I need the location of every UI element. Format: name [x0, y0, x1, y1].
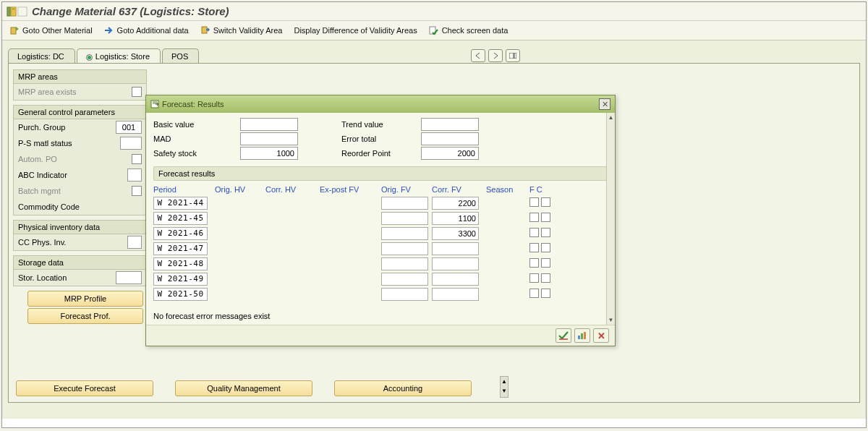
forecast-prof-button[interactable]: Forecast Prof. [27, 308, 143, 324]
mrp-profile-button[interactable]: MRP Profile [27, 291, 143, 307]
tab-dc-label: Logistics: DC [17, 52, 64, 61]
svg-rect-2 [12, 8, 15, 9]
orig-fv-input[interactable] [381, 242, 428, 255]
cc-phys-row: CC Phys. Inv. [14, 234, 146, 250]
orig-fv-input[interactable] [381, 288, 428, 301]
tab-pos[interactable]: POS [162, 48, 199, 64]
mrp-exists-checkbox[interactable] [132, 87, 142, 97]
f-checkbox[interactable] [529, 273, 539, 283]
gcp-group: General control parameters Purch. Group … [13, 105, 147, 216]
f-checkbox[interactable] [529, 228, 539, 237]
ps-status-input[interactable] [120, 137, 142, 150]
mad-row: MAD Error total [153, 132, 608, 146]
orig-fv-input[interactable] [381, 257, 428, 270]
corr-fv-input[interactable] [432, 242, 479, 255]
basic-value-input[interactable] [240, 118, 298, 131]
orig-fv-input[interactable] [381, 212, 428, 225]
commodity-label: Commodity Code [18, 202, 142, 211]
stor-loc-input[interactable] [116, 271, 142, 284]
corr-fv-input[interactable] [432, 212, 479, 225]
corr-fv-input[interactable] [432, 227, 479, 240]
col-corr-hv: Corr. HV [265, 185, 320, 194]
reorder-input[interactable] [421, 147, 479, 160]
mad-input[interactable] [240, 132, 298, 145]
stor-loc-label: Stor. Location [18, 273, 113, 282]
c-checkbox[interactable] [541, 243, 550, 252]
error-total-input[interactable] [421, 132, 479, 145]
svg-rect-12 [584, 332, 586, 339]
basic-value-row: Basic value Trend value [153, 117, 608, 132]
tab-logistics-store[interactable]: Logistics: Store [77, 48, 161, 64]
goto-add-label: Goto Additional data [117, 26, 189, 35]
f-checkbox[interactable] [529, 243, 539, 252]
corr-fv-input[interactable] [432, 273, 479, 286]
accounting-button[interactable]: Accounting [334, 380, 472, 396]
c-checkbox[interactable] [541, 197, 550, 207]
dialog-accept-button[interactable] [556, 328, 571, 343]
c-checkbox[interactable] [541, 289, 550, 298]
period-cell: W 2021-45 [153, 212, 208, 225]
dialog-close-button[interactable]: ✕ [599, 98, 610, 110]
switch-validity-button[interactable]: Switch Validity Area [200, 25, 283, 35]
tab-logistics-dc[interactable]: Logistics: DC [8, 48, 75, 64]
mrp-areas-header: MRP areas [14, 70, 146, 84]
batch-checkbox[interactable] [132, 186, 142, 196]
goto-other-material-button[interactable]: Goto Other Material [9, 25, 93, 35]
error-total-label: Error total [341, 135, 421, 143]
execute-forecast-button[interactable]: Execute Forecast [16, 380, 153, 396]
stor-loc-row: Stor. Location [14, 270, 146, 286]
orig-fv-input[interactable] [381, 197, 428, 210]
autom-po-checkbox[interactable] [132, 154, 142, 164]
mrp-exists-row: MRP area exists [14, 84, 146, 100]
corr-fv-input[interactable] [432, 197, 479, 210]
titlebar: Change Material 637 (Logistics: Store) [2, 2, 866, 21]
f-checkbox[interactable] [529, 197, 539, 207]
reorder-label: Reorder Point [341, 149, 421, 158]
radio-icon [86, 54, 93, 61]
col-orig-hv: Orig. HV [215, 185, 265, 194]
forecast-row: W 2021-46 [153, 226, 608, 241]
c-checkbox[interactable] [541, 213, 550, 222]
forecast-table: Period Orig. HV Corr. HV Ex-post FV Orig… [153, 184, 608, 302]
check-screen-label: Check screen data [442, 26, 509, 35]
autom-po-row: Autom. PO [14, 151, 146, 167]
tab-prev-button[interactable] [471, 49, 485, 62]
f-checkbox[interactable] [529, 258, 539, 268]
orig-fv-input[interactable] [381, 227, 428, 240]
dialog-icon [150, 100, 159, 108]
storage-header: Storage data [14, 256, 146, 270]
purch-group-input[interactable] [116, 121, 142, 134]
check-screen-button[interactable]: Check screen data [429, 25, 509, 35]
dialog-cancel-button[interactable]: ✕ [593, 328, 609, 343]
dialog-chart-button[interactable] [574, 328, 590, 343]
dialog-titlebar: Forecast: Results ✕ [146, 95, 615, 113]
col-fc: F C [529, 185, 558, 194]
f-checkbox[interactable] [529, 213, 539, 222]
c-checkbox[interactable] [541, 258, 550, 268]
corr-fv-input[interactable] [432, 288, 479, 301]
mrp-exists-label: MRP area exists [18, 88, 129, 96]
svg-rect-0 [7, 7, 10, 15]
display-diff-button[interactable]: Display Difference of Validity Areas [294, 26, 417, 35]
tab-next-button[interactable] [488, 49, 503, 62]
tab-list-button[interactable] [506, 49, 520, 62]
mrp-areas-group: MRP areas MRP area exists [13, 69, 147, 101]
safety-stock-input[interactable] [240, 147, 298, 160]
trend-value-input[interactable] [421, 118, 479, 131]
cc-phys-input[interactable] [127, 236, 142, 249]
goto-additional-data-button[interactable]: Goto Additional data [104, 25, 189, 35]
c-checkbox[interactable] [541, 228, 550, 237]
abc-input[interactable] [127, 168, 142, 182]
orig-fv-input[interactable] [381, 273, 428, 286]
forecast-row: W 2021-49 [153, 271, 608, 286]
gcp-header: General control parameters [14, 106, 146, 119]
main-window: Change Material 637 (Logistics: Store) G… [1, 1, 867, 428]
dialog-scrollbar[interactable]: ▲▼ [606, 113, 615, 325]
quality-mgmt-button[interactable]: Quality Management [175, 380, 312, 396]
f-checkbox[interactable] [529, 289, 539, 298]
switch-validity-label: Switch Validity Area [213, 26, 283, 35]
forecast-row: W 2021-50 [153, 286, 608, 302]
c-checkbox[interactable] [541, 273, 550, 283]
corr-fv-input[interactable] [432, 257, 479, 270]
content-scrollbar[interactable]: ▲▼ [500, 376, 509, 398]
